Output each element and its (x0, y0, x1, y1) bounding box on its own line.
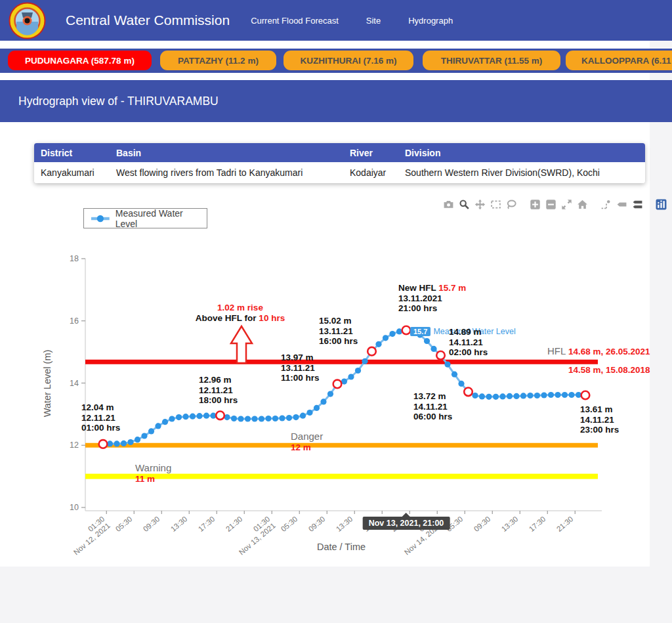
autoscale-icon[interactable] (561, 199, 572, 210)
x-tick-label: 09:30 (142, 515, 161, 533)
x-tick-label: 17:30 (197, 515, 217, 533)
station-tab-kallooppara[interactable]: KALLOOPPARA (6.11 m) (566, 51, 672, 70)
annotation-p1502: 15.02 m13.11.2116:00 hrs (319, 316, 358, 347)
y-tick-label: 14 (70, 379, 79, 388)
main-nav: Current Flood ForecastSiteHydrograph (251, 16, 453, 26)
table-header-basin: Basin (110, 143, 343, 162)
x-tick-label: 21:30 (224, 515, 244, 533)
annotation-p1361: 13.61 m14.11.2123:00 hrs (580, 404, 619, 435)
plotly-modebar (438, 199, 667, 210)
highlighted-point[interactable] (436, 351, 445, 360)
danger-line (85, 443, 598, 448)
app-title: Central Water Commission (66, 12, 230, 28)
y-tick-label: 16 (70, 316, 79, 326)
x-tick-label: 09:30 (307, 515, 327, 533)
annotation-p1372: 13.72 m14.11.2106:00 hrs (413, 391, 452, 422)
y-tick-label: 12 (70, 440, 79, 450)
lasso-icon[interactable] (506, 199, 517, 210)
hfl-line (85, 360, 598, 364)
station-tab-bar: PUDUNAGARA (587.78 m)PATTAZHY (11.2 m)KU… (0, 49, 672, 73)
x-tick-label: 21:30 (555, 515, 575, 533)
y-tick-label: 18 (70, 254, 79, 263)
annotation-hfl1: HFL 14.68 m, 26.05.2021 (547, 346, 650, 357)
highlighted-point[interactable] (368, 347, 376, 356)
station-tab-pattazhy[interactable]: PATTAZHY (11.2 m) (160, 51, 276, 70)
measured-series-line (103, 330, 585, 444)
x-tick-label: 13:30 (335, 515, 354, 533)
x-axis-title: Date / Time (317, 542, 366, 552)
annotation-warning: Warning11 m (135, 463, 171, 484)
hover-closest-icon[interactable] (616, 199, 627, 210)
camera-icon[interactable] (443, 199, 454, 210)
box-select-icon[interactable] (490, 199, 501, 210)
page: Central Water Commission Current Flood F… (0, 0, 672, 623)
table-cell: Kanyakumari (34, 162, 110, 183)
annotation-p1489: 14.89 m14.11.2102:00 hrs (449, 327, 488, 358)
x-tick-label: 13:30 (500, 515, 520, 533)
home-icon[interactable] (577, 199, 588, 210)
spikelines-icon[interactable] (600, 199, 612, 210)
highlighted-point[interactable] (464, 388, 472, 397)
chart-legend[interactable]: Measured Water Level (83, 208, 207, 228)
highlighted-point[interactable] (99, 440, 108, 448)
station-tab-thiruvattar[interactable]: THIRUVATTAR (11.55 m) (423, 51, 560, 70)
station-info-card: DistrictBasinRiverDivision KanyakumariWe… (34, 143, 645, 183)
page-title: Hydrograph view of - THIRUVARAMBU (18, 95, 219, 108)
app-header: Central Water Commission Current Flood F… (0, 0, 672, 41)
legend-marker-icon (90, 215, 111, 223)
annotation-p1204: 12.04 m12.11.2101:00 hrs (81, 402, 120, 433)
rise-arrow-icon (231, 326, 252, 363)
x-tick-label: 05:30 (280, 515, 299, 533)
x-axis-tooltip: Nov 13, 2021, 21:00 (363, 517, 450, 530)
annotation-p1296: 12.96 m12.11.2118:00 hrs (199, 375, 238, 406)
plotly-logo-icon[interactable] (656, 199, 667, 210)
y-axis-title: Water Level (m) (42, 350, 52, 418)
legend-label: Measured Water Level (116, 208, 207, 229)
hover-value: 15.7 (410, 327, 430, 336)
annotation-hfl2: 14.58 m, 15.08.2018 (568, 365, 650, 376)
nav-item-hydrograph[interactable]: Hydrograph (408, 16, 453, 26)
highlighted-point[interactable] (333, 380, 342, 389)
zoom-icon[interactable] (459, 199, 470, 210)
nav-item-current-flood-forecast[interactable]: Current Flood Forecast (251, 16, 339, 26)
table-header-district: District (34, 143, 110, 162)
x-tick-label: 17:30 (528, 515, 547, 533)
axes: 101214161801:30Nov 12, 202105:3009:3013:… (66, 254, 602, 556)
table-cell: West flowing rivers from Tadri to Kanyak… (110, 162, 343, 183)
table-row: KanyakumariWest flowing rivers from Tadr… (34, 162, 645, 183)
zoom-in-icon[interactable] (530, 199, 541, 210)
cwc-logo-icon (9, 2, 46, 39)
annotation-danger: Danger12 m (291, 431, 323, 452)
y-tick-label: 10 (70, 503, 79, 512)
station-info-table: DistrictBasinRiverDivision KanyakumariWe… (34, 143, 645, 183)
x-tick-label: 05:30 (114, 515, 134, 533)
highlighted-point[interactable] (402, 326, 411, 335)
hover-compare-icon[interactable] (632, 199, 643, 210)
station-tab-pudunagara[interactable]: PUDUNAGARA (587.78 m) (8, 51, 152, 70)
zoom-out-icon[interactable] (545, 199, 556, 210)
station-tab-kuzhithurai[interactable]: KUZHITHURAI (7.16 m) (284, 51, 413, 70)
x-tick-label: 13:30 (169, 515, 189, 533)
highlighted-point[interactable] (216, 412, 224, 420)
highlighted-point[interactable] (581, 391, 590, 400)
table-cell: Southern Western River Division(SWRD), K… (398, 162, 645, 183)
nav-item-site[interactable]: Site (366, 16, 381, 26)
table-cell: Kodaiyar (343, 162, 398, 183)
annotation-rise: 1.02 m riseAbove HFL for 10 hrs (196, 303, 285, 323)
x-tick-label: 01:30Nov 12, 2021 (66, 515, 111, 556)
annotation-p1397: 13.97 m13.11.2111:00 hrs (281, 353, 320, 383)
pan-icon[interactable] (474, 199, 486, 210)
table-header-division: Division (398, 143, 645, 162)
annotation-newhfl: New HFL 15.7 m13.11.202121:00 hrs (398, 283, 466, 314)
x-tick-label: 09:30 (472, 515, 492, 533)
table-header-river: River (343, 143, 398, 162)
page-banner: Hydrograph view of - THIRUVARAMBU (0, 80, 672, 122)
